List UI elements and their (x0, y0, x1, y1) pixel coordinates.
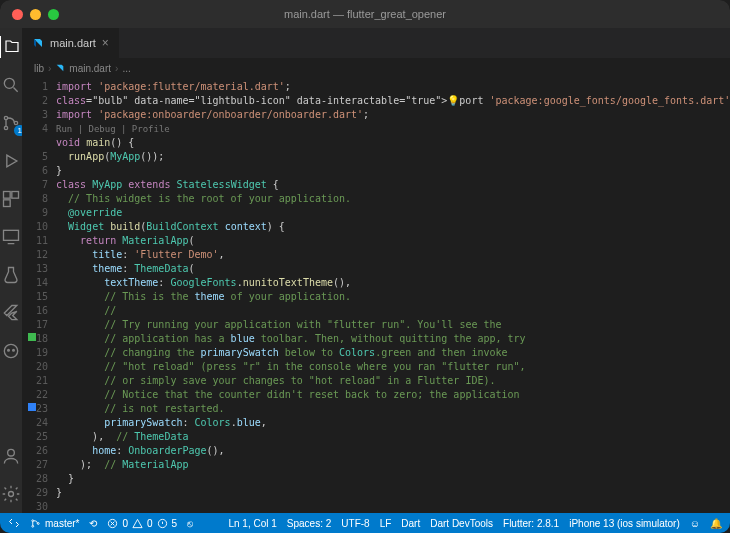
chevron-right-icon: › (48, 63, 51, 74)
remote-icon[interactable] (0, 226, 22, 248)
tab-bar: main.dart × ⋯ (22, 28, 730, 58)
line-number-gutter: 1234 56789101112131415161718192021222324… (22, 78, 56, 513)
tab-main-dart[interactable]: main.dart × (22, 28, 120, 58)
svg-rect-7 (4, 230, 19, 240)
indentation[interactable]: Spaces: 2 (287, 518, 331, 529)
svg-rect-5 (12, 192, 19, 199)
activity-bar (0, 28, 22, 513)
git-branch[interactable]: master* (30, 518, 79, 529)
settings-gear-icon[interactable] (0, 483, 22, 505)
breadcrumb-item[interactable]: ... (122, 63, 130, 74)
svg-rect-6 (4, 200, 11, 207)
status-bar: master* ⟲ 0 0 5 ⎋ Ln 1, Col 1 Spaces: 2 … (0, 513, 730, 533)
window-title: main.dart — flutter_great_opener (0, 8, 730, 20)
svg-rect-4 (4, 192, 11, 199)
svg-point-16 (32, 525, 34, 527)
titlebar: main.dart — flutter_great_opener (0, 0, 730, 28)
svg-point-11 (8, 449, 15, 456)
tab-label: main.dart (50, 37, 96, 49)
breadcrumb-item[interactable]: lib (34, 63, 44, 74)
copilot-icon[interactable] (0, 340, 22, 362)
breadcrumb-item[interactable]: main.dart (69, 63, 111, 74)
accounts-icon[interactable] (0, 445, 22, 467)
flutter-version[interactable]: Flutter: 2.8.1 (503, 518, 559, 529)
gutter-marker[interactable] (28, 403, 36, 411)
dart-devtools[interactable]: Dart DevTools (430, 518, 493, 529)
svg-point-0 (4, 78, 14, 88)
cursor-position[interactable]: Ln 1, Col 1 (228, 518, 276, 529)
notifications-bell-icon[interactable]: 🔔 (710, 518, 722, 529)
testing-icon[interactable] (0, 264, 22, 286)
port-forward[interactable]: ⎋ (187, 518, 193, 529)
svg-point-10 (13, 349, 15, 351)
code-editor[interactable]: import 'package:flutter/material.dart';c… (56, 78, 730, 513)
language-mode[interactable]: Dart (401, 518, 420, 529)
chevron-right-icon: › (115, 63, 118, 74)
problems-indicator[interactable]: 0 0 5 (107, 518, 177, 529)
svg-point-9 (8, 349, 10, 351)
dart-file-icon (32, 37, 44, 49)
source-control-icon[interactable] (0, 112, 22, 134)
svg-point-15 (32, 519, 34, 521)
gutter-marker[interactable] (28, 333, 36, 341)
sync-button[interactable]: ⟲ (89, 518, 97, 529)
svg-point-1 (4, 116, 7, 119)
svg-point-12 (9, 492, 14, 497)
breadcrumb[interactable]: lib › main.dart › ... (22, 58, 730, 78)
run-debug-icon[interactable] (0, 150, 22, 172)
flutter-icon[interactable] (0, 302, 22, 324)
svg-point-8 (4, 344, 17, 357)
explorer-icon[interactable] (0, 36, 21, 58)
extensions-icon[interactable] (0, 188, 22, 210)
remote-indicator[interactable] (8, 517, 20, 529)
svg-point-2 (4, 126, 7, 129)
codelens[interactable]: Run | Debug | Profile (56, 122, 730, 136)
feedback-icon[interactable]: ☺ (690, 518, 700, 529)
encoding[interactable]: UTF-8 (341, 518, 369, 529)
close-tab-icon[interactable]: × (102, 36, 109, 50)
device-selector[interactable]: iPhone 13 (ios simulator) (569, 518, 680, 529)
search-icon[interactable] (0, 74, 22, 96)
eol[interactable]: LF (380, 518, 392, 529)
editor-area: main.dart × ⋯ lib › main.dart › ... 1234… (22, 28, 730, 513)
dart-file-icon (55, 63, 65, 73)
